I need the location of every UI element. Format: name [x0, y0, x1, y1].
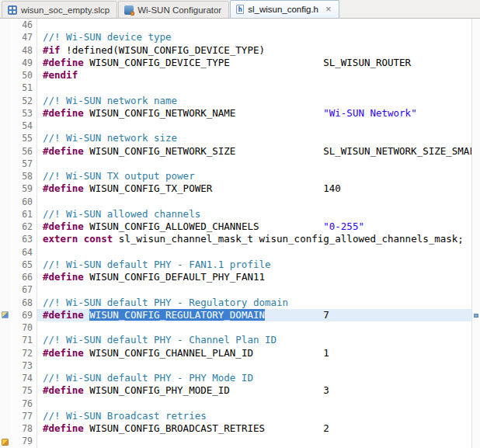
annotation-ruler-cell	[0, 145, 11, 158]
code-line-70[interactable]: 70	[0, 321, 471, 334]
line-number: 46	[11, 19, 37, 31]
annotation-ruler-cell	[0, 132, 11, 144]
line-content	[37, 158, 471, 170]
code-line-56[interactable]: 56#define WISUN_CONFIG_NETWORK_SIZE SL_W…	[0, 145, 471, 158]
annotation-ruler-cell	[0, 259, 11, 271]
code-token: //! Wi-SUN Broadcast retries	[43, 410, 207, 422]
annotation-ruler-cell	[0, 359, 11, 372]
code-line-75[interactable]: 75#define WISUN_CONFIG_PHY_MODE_ID 3	[0, 384, 471, 397]
code-line-64[interactable]: 64	[0, 246, 471, 259]
code-token: //! Wi-SUN default PHY - Channel Plan ID	[43, 334, 277, 346]
code-token: //! Wi-SUN default PHY - PHY Mode ID	[43, 372, 253, 384]
code-line-57[interactable]: 57	[0, 158, 471, 170]
code-line-59[interactable]: 59#define WISUN_CONFIG_TX_POWER 140	[0, 182, 471, 195]
code-token: WISUN_CONFIG_NETWORK_SIZE SL_WISUN_NETWO…	[84, 145, 471, 157]
close-icon[interactable]: ×	[325, 5, 332, 13]
line-number: 48	[11, 44, 37, 57]
tab-wi-sun-configurator[interactable]: Wi-SUN Configurator	[118, 1, 229, 18]
code-line-61[interactable]: 61//! Wi-SUN allowed channels	[0, 208, 471, 221]
annotation-ruler-cell	[0, 246, 11, 259]
code-line-74[interactable]: 74//! Wi-SUN default PHY - PHY Mode ID	[0, 372, 471, 384]
code-token: #define	[43, 57, 84, 68]
code-line-69[interactable]: 69#define WISUN_CONFIG_REGULATORY_DOMAIN…	[0, 309, 471, 321]
code-line-55[interactable]: 55//! Wi-SUN network size	[0, 132, 471, 144]
line-number: 57	[11, 158, 37, 170]
code-token: #define	[43, 309, 84, 321]
code-token: WISUN_CONFIG_NETWORK_NAME	[84, 107, 324, 119]
annotation-ruler-cell	[0, 208, 11, 221]
code-token: //! Wi-SUN allowed channels	[43, 208, 200, 220]
line-content	[37, 246, 471, 259]
tab-wisun-soc-empty-slcp[interactable]: wisun_soc_empty.slcp	[2, 1, 117, 18]
code-line-68[interactable]: 68//! Wi-SUN default PHY - Regulatory do…	[0, 297, 471, 309]
code-token: //! Wi-SUN default PHY - Regulatory doma…	[43, 297, 288, 308]
line-content: //! Wi-SUN Broadcast retries	[37, 410, 471, 422]
code-token: #define	[43, 182, 84, 194]
code-line-65[interactable]: 65//! Wi-SUN default PHY - FAN1.1 profil…	[0, 259, 471, 271]
annotation-ruler-cell	[0, 57, 11, 69]
code-line-49[interactable]: 49#define WISUN_CONFIG_DEVICE_TYPE SL_WI…	[0, 57, 471, 69]
code-token: //! Wi-SUN TX output power	[43, 170, 195, 182]
annotation-ruler-cell	[0, 398, 11, 410]
line-content: //! Wi-SUN default PHY - PHY Mode ID	[37, 372, 471, 384]
line-number: 74	[11, 372, 37, 384]
line-number: 78	[11, 422, 37, 435]
code-token: //! Wi-SUN default PHY - FAN1.1 profile	[43, 259, 271, 270]
line-number: 52	[11, 95, 37, 107]
line-number: 68	[11, 297, 37, 309]
line-content: //! Wi-SUN default PHY - Regulatory doma…	[37, 297, 471, 309]
code-line-76[interactable]: 76	[0, 398, 471, 410]
line-content: #define WISUN_CONFIG_DEFAULT_PHY_FAN11	[37, 271, 471, 283]
line-content: //! Wi-SUN default PHY - Channel Plan ID	[37, 334, 471, 346]
code-line-63[interactable]: 63extern const sl_wisun_channel_mask_t w…	[0, 233, 471, 245]
annotation-ruler-cell	[0, 233, 11, 245]
line-content: //! Wi-SUN default PHY - FAN1.1 profile	[37, 259, 471, 271]
code-line-71[interactable]: 71//! Wi-SUN default PHY - Channel Plan …	[0, 334, 471, 346]
code-line-73[interactable]: 73	[0, 359, 471, 372]
line-number: 67	[11, 283, 37, 296]
code-line-60[interactable]: 60	[0, 196, 471, 208]
code-line-77[interactable]: 77//! Wi-SUN Broadcast retries	[0, 410, 471, 422]
code-line-79[interactable]: 79	[0, 435, 471, 447]
overview-occurrence-marker[interactable]	[474, 314, 478, 318]
code-token: //! Wi-SUN network name	[43, 95, 177, 106]
line-number: 79	[11, 435, 37, 447]
code-line-48[interactable]: 48#if !defined(WISUN_CONFIG_DEVICE_TYPE)	[0, 44, 471, 57]
code-token: WISUN_CONFIG_PHY_MODE_ID 3	[84, 384, 329, 396]
line-content: #define WISUN_CONFIG_REGULATORY_DOMAIN 7	[37, 309, 471, 321]
tab-sl-wisun-config-h[interactable]: hsl_wisun_config.h×	[230, 0, 339, 18]
configurator-icon	[124, 5, 134, 15]
annotation-ruler-cell	[0, 44, 11, 57]
line-number: 69	[11, 309, 37, 321]
code-token: WISUN_CONFIG_TX_POWER 140	[84, 182, 341, 194]
line-content: #endif	[37, 69, 471, 82]
line-content: #define WISUN_CONFIG_TX_POWER 140	[37, 182, 471, 195]
line-number: 63	[11, 233, 37, 245]
code-line-66[interactable]: 66#define WISUN_CONFIG_DEFAULT_PHY_FAN11	[0, 271, 471, 283]
line-content	[37, 398, 471, 410]
code-line-52[interactable]: 52//! Wi-SUN network name	[0, 95, 471, 107]
code-line-47[interactable]: 47//! Wi-SUN device type	[0, 31, 471, 43]
code-line-54[interactable]: 54	[0, 120, 471, 132]
line-content: #define WISUN_CONFIG_DEVICE_TYPE SL_WISU…	[37, 57, 471, 69]
code-line-50[interactable]: 50#endif	[0, 69, 471, 82]
line-number: 62	[11, 221, 37, 233]
annotation-ruler-cell	[0, 120, 11, 132]
code-line-67[interactable]: 67	[0, 283, 471, 296]
line-number: 70	[11, 321, 37, 334]
code-line-78[interactable]: 78#define WISUN_CONFIG_BROADCAST_RETRIES…	[0, 422, 471, 435]
code-line-62[interactable]: 62#define WISUN_CONFIG_ALLOWED_CHANNELS …	[0, 221, 471, 233]
code-line-72[interactable]: 72#define WISUN_CONFIG_CHANNEL_PLAN_ID 1	[0, 347, 471, 359]
code-token: #if	[43, 44, 61, 56]
line-content	[37, 19, 471, 31]
code-line-53[interactable]: 53#define WISUN_CONFIG_NETWORK_NAME "Wi-…	[0, 107, 471, 120]
code-token: "Wi-SUN Network"	[323, 107, 416, 119]
overview-ruler[interactable]	[471, 19, 480, 448]
line-number: 49	[11, 57, 37, 69]
code-token: #define	[43, 384, 84, 396]
code-line-46[interactable]: 46	[0, 19, 471, 31]
code-line-51[interactable]: 51	[0, 82, 471, 94]
bottom-left-marker-icon	[2, 439, 9, 446]
code-line-58[interactable]: 58//! Wi-SUN TX output power	[0, 170, 471, 182]
line-content	[37, 321, 471, 334]
